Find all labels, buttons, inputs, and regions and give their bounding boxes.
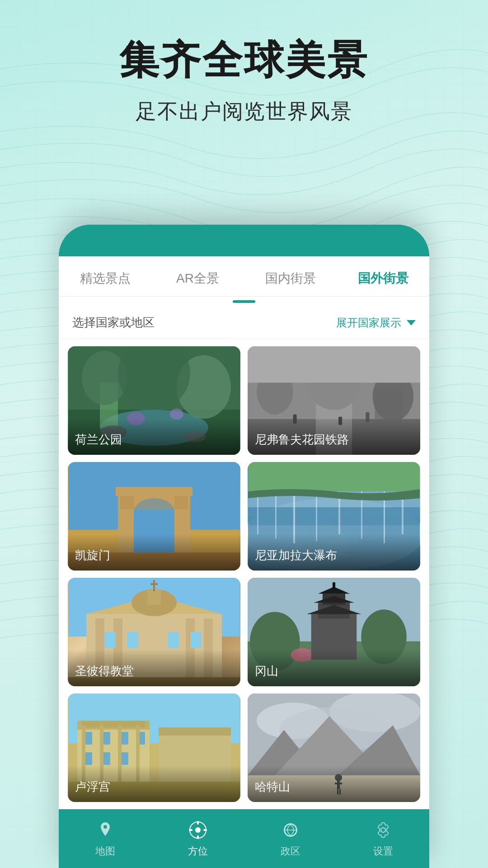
tab-domestic[interactable]: 国内街景 xyxy=(244,265,337,292)
attraction-card-5[interactable]: 圣彼得教堂 xyxy=(68,578,240,686)
svg-rect-74 xyxy=(333,582,335,589)
svg-rect-38 xyxy=(275,489,277,539)
attraction-label-5: 圣彼得教堂 xyxy=(68,650,240,686)
svg-rect-112 xyxy=(203,829,207,831)
tab-featured[interactable]: 精选景点 xyxy=(59,265,151,292)
region-icon xyxy=(280,819,301,841)
settings-icon xyxy=(372,819,394,841)
nav-item-settings[interactable]: 设置 xyxy=(337,809,429,868)
tab-ar[interactable]: AR全景 xyxy=(151,265,244,292)
svg-rect-109 xyxy=(197,821,199,825)
attraction-card-3[interactable]: 凯旋门 xyxy=(68,462,240,571)
svg-rect-60 xyxy=(190,632,202,648)
phone-top-bar xyxy=(59,225,429,256)
scroll-dot xyxy=(233,300,255,303)
svg-rect-54 xyxy=(147,589,161,605)
map-icon xyxy=(94,819,116,841)
svg-rect-111 xyxy=(189,829,192,831)
phone-body: 精选景点 AR全景 国内街景 国外街景 选择国家或地区 xyxy=(59,225,429,868)
scroll-indicator xyxy=(59,297,429,307)
country-selector-label: 选择国家或地区 xyxy=(72,315,155,330)
nav-item-map[interactable]: 地图 xyxy=(59,809,151,868)
phone-mockup: 精选景点 AR全景 国内街景 国外街景 选择国家或地区 xyxy=(59,225,429,868)
attraction-label-1: 荷兰公园 xyxy=(68,418,240,455)
svg-rect-110 xyxy=(197,835,199,839)
chevron-down-icon xyxy=(407,320,416,326)
country-selector[interactable]: 选择国家或地区 展开国家展示 xyxy=(59,307,429,339)
position-icon xyxy=(187,819,209,841)
bottom-nav: 地图 方位 xyxy=(59,809,429,868)
svg-rect-58 xyxy=(127,632,138,648)
attraction-card-4[interactable]: 尼亚加拉大瀑布 xyxy=(248,462,420,571)
attraction-label-2: 尼弗鲁夫花园铁路 xyxy=(248,418,420,455)
sub-title: 足不出户阅览世界风景 xyxy=(0,98,488,126)
country-expand-button[interactable]: 展开国家展示 xyxy=(336,316,416,330)
svg-rect-40 xyxy=(316,489,317,541)
attraction-card-1[interactable]: 荷兰公园 xyxy=(68,346,240,455)
svg-rect-57 xyxy=(104,632,116,648)
attraction-card-7[interactable]: 卢浮宫 xyxy=(68,693,240,802)
svg-rect-29 xyxy=(116,487,192,496)
nav-item-region[interactable]: 政区 xyxy=(244,809,337,868)
attraction-label-3: 凯旋门 xyxy=(68,534,240,571)
tab-bar: 精选景点 AR全景 国内街景 国外街景 xyxy=(59,256,429,297)
phone-deco-text xyxy=(59,225,429,256)
main-title: 集齐全球美景 xyxy=(0,36,488,84)
attraction-card-2[interactable]: 尼弗鲁夫花园铁路 xyxy=(248,346,420,455)
nav-item-position[interactable]: 方位 xyxy=(151,809,244,868)
attraction-label-6: 冈山 xyxy=(248,650,420,686)
svg-rect-30 xyxy=(120,496,188,509)
header-section: 集齐全球美景 足不出户阅览世界风景 xyxy=(0,0,488,126)
svg-point-114 xyxy=(381,828,385,832)
svg-rect-56 xyxy=(150,583,158,585)
svg-rect-20 xyxy=(248,346,420,382)
svg-rect-55 xyxy=(153,580,155,591)
attraction-label-8: 哈特山 xyxy=(248,765,420,802)
svg-point-108 xyxy=(195,827,201,833)
svg-rect-45 xyxy=(248,462,420,491)
attraction-card-8[interactable]: 哈特山 xyxy=(248,693,420,802)
attraction-label-7: 卢浮宫 xyxy=(68,765,240,802)
svg-rect-81 xyxy=(82,721,145,727)
attractions-grid: 荷兰公园 xyxy=(59,339,429,809)
attraction-card-6[interactable]: 冈山 xyxy=(248,578,420,686)
attraction-label-4: 尼亚加拉大瀑布 xyxy=(248,534,420,571)
svg-rect-80 xyxy=(159,727,231,736)
phone-screen: 精选景点 AR全景 国内街景 国外街景 选择国家或地区 xyxy=(59,256,429,809)
svg-rect-59 xyxy=(168,632,179,648)
tab-overseas[interactable]: 国外街景 xyxy=(337,265,429,292)
